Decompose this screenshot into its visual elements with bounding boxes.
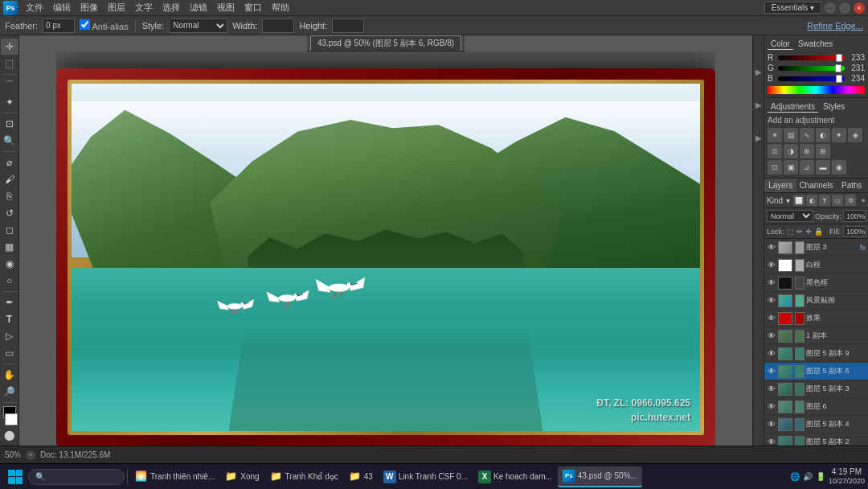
swatches-tab[interactable]: Swatches — [795, 39, 836, 50]
marquee-tool[interactable]: ⬚ — [1, 55, 18, 72]
collapse-arrow-3[interactable]: ▶ — [755, 134, 762, 142]
healing-brush[interactable]: ⌀ — [1, 154, 18, 171]
menu-window[interactable]: 窗口 — [240, 0, 267, 15]
layer-row[interactable]: 👁 图层 3 fx — [764, 239, 868, 257]
layer-visibility[interactable]: 👁 — [767, 367, 776, 376]
workspace-selector[interactable]: Essentials ▾ — [764, 2, 821, 14]
r-slider[interactable] — [778, 55, 845, 60]
layer-row[interactable]: 👁 白框 — [764, 257, 868, 274]
collapse-arrow-1[interactable]: ▶ — [755, 68, 762, 76]
gradient-map-adj[interactable]: ▬ — [816, 160, 830, 175]
height-input[interactable] — [332, 18, 364, 33]
taskbar-item-word[interactable]: W Link Tranh CSF 0... — [379, 466, 473, 487]
blend-mode-select[interactable]: Normal — [767, 210, 813, 222]
shape-tool[interactable]: ▭ — [1, 345, 18, 361]
lock-all[interactable]: 🔒 — [814, 228, 823, 236]
pen-tool[interactable]: ✒ — [1, 294, 18, 310]
menu-filter[interactable]: 滤镜 — [185, 0, 212, 15]
menu-text[interactable]: 文字 — [130, 0, 158, 15]
photo-filter-adj[interactable]: ⊕ — [800, 144, 814, 158]
layer-visibility[interactable]: 👁 — [767, 243, 776, 253]
styles-tab[interactable]: Styles — [820, 101, 848, 113]
menu-help[interactable]: 帮助 — [267, 0, 294, 15]
layer-visibility[interactable]: 👁 — [767, 314, 776, 323]
invert-adj[interactable]: ⊡ — [768, 160, 782, 175]
style-select[interactable]: NormalFixed RatioFixed Size — [169, 18, 227, 33]
document-tab[interactable]: 43.psd @ 50% (图层 5 副本 6, RGB/8) — [310, 35, 461, 51]
layer-visibility[interactable]: 👁 — [767, 349, 776, 359]
taskbar-item-tranh-kho[interactable]: 📁 Tranh Khổ dọc — [265, 466, 343, 487]
color-tab[interactable]: Color — [768, 39, 793, 50]
lock-move[interactable]: ✛ — [805, 228, 812, 236]
width-input[interactable] — [262, 18, 294, 33]
lock-paint[interactable]: ✏ — [796, 228, 803, 236]
gradient-tool[interactable]: ▦ — [1, 239, 18, 255]
filter-pixel[interactable]: ⬜ — [793, 195, 805, 206]
eraser-tool[interactable]: ◻ — [1, 222, 18, 238]
layer-visibility[interactable]: 👁 — [767, 331, 776, 341]
selective-color-adj[interactable]: ◉ — [832, 160, 846, 175]
search-bar[interactable]: 🔍 — [28, 469, 125, 485]
filter-type[interactable]: T — [819, 195, 830, 206]
layers-tab[interactable]: Layers — [764, 179, 796, 192]
layer-row[interactable]: 👁 1 副本 — [764, 327, 868, 345]
dodge-tool[interactable]: ○ — [1, 273, 18, 289]
curves-adj[interactable]: ∿ — [800, 128, 814, 142]
hand-tool[interactable]: ✋ — [1, 367, 18, 383]
layer-row[interactable]: 👁 图层 5 副本 9 — [764, 345, 868, 363]
menu-edit[interactable]: 编辑 — [48, 0, 76, 15]
blur-tool[interactable]: ◉ — [1, 256, 18, 272]
taskbar-network[interactable]: 🌐 — [790, 472, 800, 481]
path-tool[interactable]: ▷ — [1, 328, 18, 344]
layer-row[interactable]: 👁 图层 5 副本 4 — [764, 416, 868, 434]
close-btn[interactable]: × — [854, 2, 865, 14]
paths-tab[interactable]: Paths — [836, 179, 868, 192]
filter-shape[interactable]: ▭ — [832, 195, 843, 206]
opacity-input[interactable] — [843, 210, 866, 222]
hsl-adj[interactable]: ◈ — [848, 128, 862, 142]
refine-edge-btn[interactable]: Refine Edge... — [807, 21, 863, 31]
adjustments-tab[interactable]: Adjustments — [768, 101, 818, 113]
levels-adj[interactable]: ▤ — [784, 128, 798, 142]
zoom-stepper[interactable]: + — [26, 450, 35, 460]
channels-tab[interactable]: Channels — [796, 179, 835, 192]
threshold-adj[interactable]: ⊿ — [800, 160, 814, 175]
kind-dropdown[interactable]: ▾ — [786, 196, 790, 205]
crop-tool[interactable]: ⊡ — [1, 116, 18, 132]
zoom-tool[interactable]: 🔎 — [1, 384, 18, 400]
lasso-tool[interactable]: ⌒ — [1, 77, 18, 93]
taskbar-item-ps[interactable]: Ps 43.psd @ 50%... — [558, 466, 642, 487]
quick-mask[interactable]: ⬤ — [1, 427, 18, 443]
menu-layer[interactable]: 图层 — [103, 0, 130, 15]
start-button[interactable] — [3, 465, 27, 489]
layer-visibility[interactable]: 👁 — [767, 261, 776, 270]
brightness-adj[interactable]: ☀ — [768, 128, 782, 142]
eyedropper-tool[interactable]: 🔍 — [1, 133, 18, 149]
minimize-btn[interactable]: — — [825, 2, 836, 14]
taskbar-item-excel[interactable]: X Ke hoach dam... — [473, 466, 557, 487]
text-tool[interactable]: T — [1, 311, 18, 327]
canvas-area[interactable]: 43.psd @ 50% (图层 5 副本 6, RGB/8) — [19, 35, 752, 463]
filter-on-off[interactable]: ● — [862, 196, 866, 204]
taskbar-battery[interactable]: 🔋 — [816, 472, 825, 481]
clone-stamp[interactable]: ⎘ — [1, 188, 18, 204]
menu-file[interactable]: 文件 — [21, 0, 48, 15]
layer-visibility[interactable]: 👁 — [767, 402, 776, 412]
menu-view[interactable]: 视图 — [212, 0, 240, 15]
taskbar-volume[interactable]: 🔊 — [803, 472, 813, 481]
history-brush[interactable]: ↺ — [1, 205, 18, 221]
menu-image[interactable]: 图像 — [76, 0, 103, 15]
bg-color[interactable] — [5, 413, 18, 425]
channel-mixer-adj[interactable]: ⊞ — [816, 144, 830, 158]
taskbar-item-43[interactable]: 📁 43 — [344, 466, 378, 487]
exposure-adj[interactable]: ◐ — [816, 128, 830, 142]
posterize-adj[interactable]: ▣ — [784, 160, 798, 175]
collapse-arrow-2[interactable]: ▶ — [755, 101, 762, 109]
layer-row[interactable]: 👁 效果 — [764, 310, 868, 327]
feather-input[interactable] — [43, 18, 75, 33]
brush-tool[interactable]: 🖌 — [1, 171, 18, 187]
color-balance-adj[interactable]: ⚖ — [768, 144, 782, 158]
layer-row[interactable]: 👁 图层 6 — [764, 398, 868, 416]
restore-btn[interactable]: □ — [839, 2, 850, 14]
taskbar-item-xong[interactable]: 📁 Xong — [220, 466, 264, 487]
